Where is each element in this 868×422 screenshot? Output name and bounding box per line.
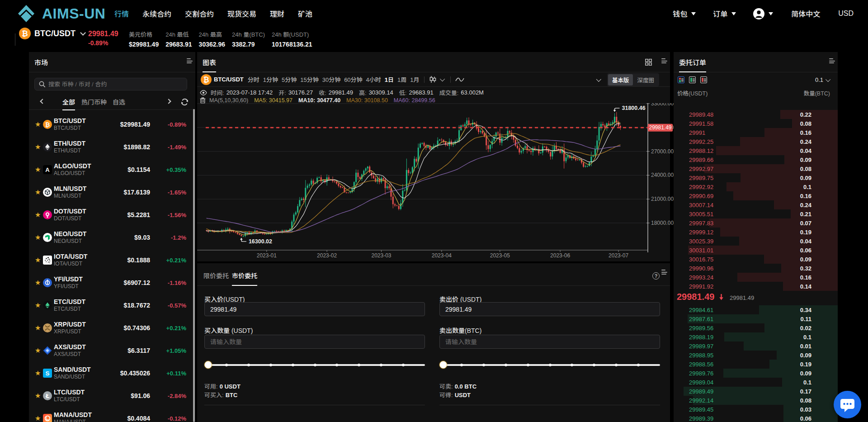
- indicator-icon[interactable]: [455, 77, 464, 82]
- favorite-star-icon[interactable]: ★: [35, 256, 41, 264]
- market-row[interactable]: ★IOTA/USDTIOTA/USDT$0.1888+0.21%: [29, 249, 195, 271]
- slider-step-dot[interactable]: [335, 364, 338, 366]
- slider-step-dot[interactable]: [269, 364, 272, 366]
- slider-step-dot[interactable]: [292, 364, 294, 366]
- bid-row[interactable]: 29989.970.01: [674, 341, 838, 351]
- ask-row[interactable]: 29989.660.09: [674, 155, 838, 164]
- timeframe-button[interactable]: 4小时: [366, 75, 381, 84]
- favorite-star-icon[interactable]: ★: [35, 324, 41, 332]
- timeframe-button[interactable]: 60分钟: [344, 75, 362, 84]
- view-basic-button[interactable]: 基本版: [608, 74, 633, 85]
- timeframe-button[interactable]: 1日: [385, 75, 394, 84]
- market-row[interactable]: ★NEO/USDTNEO/USDT$9.03-1.2%: [29, 226, 195, 249]
- favorite-star-icon[interactable]: ★: [35, 120, 41, 128]
- market-tab[interactable]: 热门币种: [81, 97, 107, 106]
- timeframe-button[interactable]: 1月: [410, 75, 419, 84]
- market-row[interactable]: ★AXS/USDTAXS/USDT$6.3117+1.05%: [29, 339, 195, 362]
- nav-item[interactable]: 行情: [114, 8, 129, 19]
- ask-row[interactable]: 29988.120.04: [674, 146, 838, 155]
- market-row[interactable]: ★XRP/USDTXRP/USDT$0.74306+0.21%: [29, 317, 195, 339]
- slider-step-dot[interactable]: [505, 364, 507, 366]
- bid-row[interactable]: 29984.610.34: [674, 305, 838, 314]
- timeframe-button[interactable]: 30分钟: [322, 75, 340, 84]
- favorite-star-icon[interactable]: ★: [35, 279, 41, 286]
- book-mode-bids-icon[interactable]: [689, 76, 696, 83]
- bid-row[interactable]: 29989.040.1: [674, 378, 838, 387]
- nav-item[interactable]: 交割合约: [185, 8, 214, 19]
- timeframe-button[interactable]: 5分钟: [282, 75, 297, 84]
- book-mode-asks-icon[interactable]: [700, 76, 707, 83]
- timeframe-button[interactable]: 分时: [248, 75, 259, 84]
- favorite-star-icon[interactable]: ★: [35, 166, 41, 173]
- slider-step-dot[interactable]: [225, 364, 228, 366]
- bid-row[interactable]: 29989.560.02: [674, 323, 838, 332]
- ask-row[interactable]: 29989.480.22: [674, 110, 838, 119]
- favorite-star-icon[interactable]: ★: [35, 188, 41, 196]
- buy-amount-input[interactable]: [204, 335, 425, 349]
- market-row[interactable]: ★ETC/USDTETC/USDT$18.7672-0.57%: [29, 294, 195, 317]
- ask-row[interactable]: 29993.240.16: [674, 273, 838, 282]
- nav-item[interactable]: 现货交易: [227, 8, 256, 19]
- bid-row[interactable]: 29988.190.1: [674, 332, 838, 341]
- bid-row[interactable]: 29988.560.19: [674, 360, 838, 369]
- bid-row[interactable]: 29989.760.09: [674, 369, 838, 378]
- nav-item[interactable]: 矿池: [298, 8, 312, 19]
- chart-menu-icon[interactable]: [661, 58, 667, 64]
- book-mode-both-icon[interactable]: [678, 76, 684, 83]
- market-row[interactable]: ★ŁLTC/USDTLTC/USDT$91.06-2.84%: [29, 384, 195, 407]
- sell-amount-input[interactable]: [439, 335, 660, 349]
- chart-type-caret-icon[interactable]: [439, 76, 444, 81]
- slider-step-dot[interactable]: [460, 364, 463, 366]
- slider-step-dot[interactable]: [482, 364, 485, 366]
- timeframe-button[interactable]: 1分钟: [263, 75, 278, 84]
- ask-row[interactable]: 29997.830.07: [674, 218, 838, 228]
- wallet-menu[interactable]: 钱包: [673, 8, 696, 19]
- collapse-caret-icon[interactable]: [596, 77, 601, 82]
- nav-item[interactable]: 理财: [270, 8, 284, 19]
- bid-row[interactable]: 29992.140.08: [674, 396, 838, 405]
- slider-step-dot[interactable]: [615, 364, 618, 366]
- favorite-star-icon[interactable]: ★: [35, 233, 41, 241]
- favorite-star-icon[interactable]: ★: [35, 414, 41, 422]
- market-row[interactable]: ★MLN/USDTMLN/USDT$17.6139-1.65%: [29, 181, 195, 204]
- view-depth-button[interactable]: 深度图: [633, 74, 658, 85]
- slider-step-dot[interactable]: [571, 364, 573, 366]
- sell-price-input[interactable]: [439, 302, 660, 316]
- ask-row[interactable]: 29989.750.09: [674, 173, 838, 182]
- market-row[interactable]: ★YFI/USDTYFI/USDT$6907.12-1.16%: [29, 271, 195, 294]
- favorite-star-icon[interactable]: ★: [35, 392, 41, 399]
- slider-step-dot[interactable]: [314, 364, 316, 366]
- market-search-input[interactable]: [48, 81, 175, 88]
- market-tab[interactable]: 全部: [62, 97, 75, 106]
- pair-selector[interactable]: ₿ BTC/USDT: [19, 28, 84, 39]
- tab-market-order[interactable]: 市价委托: [232, 271, 257, 280]
- favorite-star-icon[interactable]: ★: [35, 211, 41, 218]
- market-row[interactable]: ★DOT/USDTDOT/USDT$5.2281-1.56%: [29, 204, 195, 226]
- favorite-star-icon[interactable]: ★: [35, 346, 41, 354]
- ask-row[interactable]: 30025.390.04: [674, 237, 838, 246]
- chat-button[interactable]: [834, 391, 861, 418]
- buy-price-input[interactable]: [204, 302, 425, 316]
- tab-limit-order[interactable]: 限价委托: [203, 271, 229, 280]
- bid-row[interactable]: 29989.450.03: [674, 405, 838, 414]
- ask-row[interactable]: 29999.120.19: [674, 228, 838, 237]
- help-icon[interactable]: ?: [652, 272, 660, 280]
- refresh-icon[interactable]: [181, 99, 189, 105]
- bid-row[interactable]: 29988.950.09: [674, 351, 838, 360]
- chart-type-icon[interactable]: [429, 76, 437, 83]
- ask-row[interactable]: 30007.140.24: [674, 200, 838, 209]
- favorite-star-icon[interactable]: ★: [35, 143, 41, 151]
- market-scrollbar[interactable]: [193, 109, 195, 422]
- market-menu-icon[interactable]: [187, 58, 193, 64]
- favorite-star-icon[interactable]: ★: [35, 369, 41, 377]
- currency-menu[interactable]: USD: [838, 9, 854, 18]
- tabs-next-icon[interactable]: [166, 99, 171, 104]
- slider-step-dot[interactable]: [402, 364, 405, 366]
- nav-item[interactable]: 永续合约: [142, 8, 171, 19]
- trade-menu-icon[interactable]: [661, 270, 667, 275]
- buy-amount-slider[interactable]: [204, 360, 425, 369]
- timeframe-button[interactable]: 15分钟: [300, 75, 318, 84]
- ask-row[interactable]: 29992.250.24: [674, 137, 838, 146]
- slider-step-dot[interactable]: [380, 364, 382, 366]
- market-row[interactable]: ★AALGO/USDTALGO/USDT$0.1154+0.35%: [29, 158, 195, 181]
